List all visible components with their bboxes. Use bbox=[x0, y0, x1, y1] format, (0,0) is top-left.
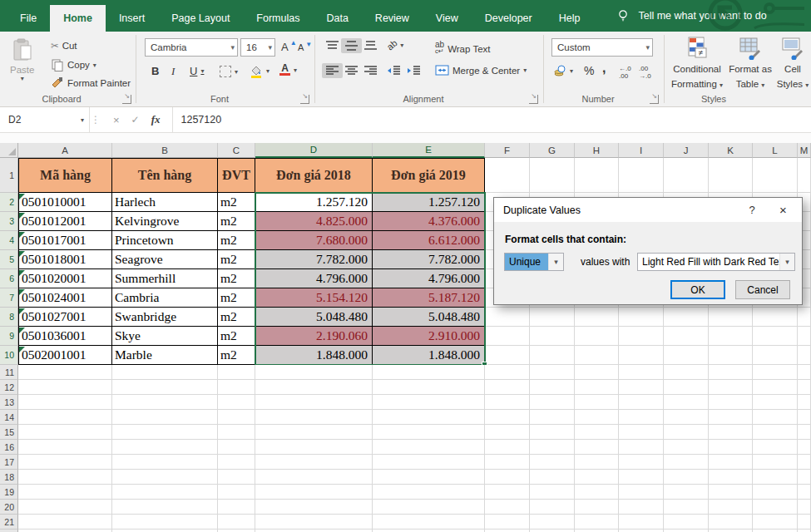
cell-L21[interactable] bbox=[753, 515, 798, 530]
cell-B17[interactable] bbox=[112, 455, 218, 470]
merge-center-dropdown-arrow[interactable]: ▾ bbox=[523, 66, 527, 74]
tab-view[interactable]: View bbox=[423, 5, 472, 32]
select-all-corner[interactable] bbox=[0, 143, 18, 158]
cell-A14[interactable] bbox=[18, 410, 112, 425]
cell-D18[interactable] bbox=[255, 470, 373, 485]
cell-K8[interactable] bbox=[709, 308, 753, 327]
cell-I9[interactable] bbox=[619, 327, 664, 346]
fill-color-dropdown-arrow[interactable]: ▾ bbox=[266, 67, 270, 75]
align-center-button[interactable] bbox=[341, 63, 362, 78]
cell-D17[interactable] bbox=[255, 455, 373, 470]
column-header-C[interactable]: C bbox=[218, 143, 255, 158]
table-header-cell-C1[interactable]: ĐVT bbox=[218, 158, 255, 193]
borders-button[interactable]: ▾ bbox=[216, 64, 241, 79]
cell-A20[interactable] bbox=[18, 500, 112, 515]
cell-C2[interactable]: m2 bbox=[218, 193, 255, 212]
copy-button[interactable]: Copy ▾ bbox=[47, 57, 100, 73]
cell-L14[interactable] bbox=[753, 410, 798, 425]
cell-E10[interactable]: 1.848.000 bbox=[373, 346, 485, 365]
cell-I19[interactable] bbox=[619, 485, 664, 500]
cell-D21[interactable] bbox=[255, 515, 373, 530]
cell-E17[interactable] bbox=[373, 455, 485, 470]
cell-M11[interactable] bbox=[798, 365, 811, 380]
format-painter-button[interactable]: Format Painter bbox=[47, 75, 134, 91]
cell-C21[interactable] bbox=[218, 515, 255, 530]
cell-C6[interactable]: m2 bbox=[218, 269, 255, 288]
underline-dropdown-arrow[interactable]: ▾ bbox=[200, 67, 204, 75]
cell-G20[interactable] bbox=[530, 500, 575, 515]
middle-align-button[interactable] bbox=[341, 38, 362, 53]
cell-D3[interactable]: 4.825.000 bbox=[255, 212, 373, 231]
cell-E8[interactable]: 5.048.480 bbox=[373, 308, 485, 327]
cell-D6[interactable]: 4.796.000 bbox=[255, 269, 373, 288]
cell-L13[interactable] bbox=[753, 395, 798, 410]
cell-G19[interactable] bbox=[530, 485, 575, 500]
cell-J13[interactable] bbox=[664, 395, 709, 410]
cell-E2[interactable]: 1.257.120 bbox=[373, 193, 485, 212]
cell-C18[interactable] bbox=[218, 470, 255, 485]
cell-B19[interactable] bbox=[112, 485, 218, 500]
cell-H16[interactable] bbox=[575, 440, 619, 455]
cell-J21[interactable] bbox=[664, 515, 709, 530]
cell-J11[interactable] bbox=[664, 365, 709, 380]
cell-G11[interactable] bbox=[530, 365, 575, 380]
cell-D16[interactable] bbox=[255, 440, 373, 455]
cell-G15[interactable] bbox=[530, 425, 575, 440]
cell-F20[interactable] bbox=[485, 500, 530, 515]
cell-B16[interactable] bbox=[112, 440, 218, 455]
name-box[interactable]: D2 ▾ bbox=[0, 107, 90, 132]
cancel-button[interactable]: Cancel bbox=[735, 280, 790, 299]
cell-A19[interactable] bbox=[18, 485, 112, 500]
cell-H14[interactable] bbox=[575, 410, 619, 425]
cell-H18[interactable] bbox=[575, 470, 619, 485]
column-header-B[interactable]: B bbox=[112, 143, 218, 158]
font-size-combo[interactable]: 16▾ bbox=[240, 38, 275, 57]
row-header-5[interactable]: 5 bbox=[0, 250, 18, 269]
cell-I15[interactable] bbox=[619, 425, 664, 440]
cell-K12[interactable] bbox=[709, 380, 753, 395]
cell-F9[interactable] bbox=[485, 327, 530, 346]
comma-style-button[interactable]: , bbox=[599, 59, 609, 77]
row-header-20[interactable]: 20 bbox=[0, 500, 18, 515]
cell-D12[interactable] bbox=[255, 380, 373, 395]
top-align-button[interactable] bbox=[322, 38, 343, 53]
accounting-format-button[interactable]: ▾ bbox=[550, 63, 576, 78]
cell-D8[interactable]: 5.048.480 bbox=[255, 308, 373, 327]
column-header-J[interactable]: J bbox=[664, 143, 709, 158]
cell-G21[interactable] bbox=[530, 515, 575, 530]
row-header-18[interactable]: 18 bbox=[0, 470, 18, 485]
cell-L20[interactable] bbox=[753, 500, 798, 515]
cell-H15[interactable] bbox=[575, 425, 619, 440]
row-header-16[interactable]: 16 bbox=[0, 440, 18, 455]
row-header-13[interactable]: 13 bbox=[0, 395, 18, 410]
increase-indent-button[interactable] bbox=[403, 63, 424, 78]
conditional-formatting-button[interactable]: ≠ Conditional Formatting ▾ bbox=[671, 35, 723, 93]
tab-formulas[interactable]: Formulas bbox=[243, 5, 313, 32]
cell-E5[interactable]: 7.782.000 bbox=[373, 250, 485, 269]
cell-K1[interactable] bbox=[709, 158, 753, 193]
cell-A17[interactable] bbox=[18, 455, 112, 470]
cell-B8[interactable]: Swanbridge bbox=[112, 308, 218, 327]
column-header-L[interactable]: L bbox=[753, 143, 798, 158]
cell-B4[interactable]: Princetown bbox=[112, 231, 218, 250]
cell-I10[interactable] bbox=[619, 346, 664, 365]
cell-J12[interactable] bbox=[664, 380, 709, 395]
cell-J9[interactable] bbox=[664, 327, 709, 346]
cell-H8[interactable] bbox=[575, 308, 619, 327]
cell-F10[interactable] bbox=[485, 346, 530, 365]
cell-L19[interactable] bbox=[753, 485, 798, 500]
unique-duplicate-combo[interactable]: Unique ▾ bbox=[504, 253, 564, 271]
cell-L11[interactable] bbox=[753, 365, 798, 380]
column-header-I[interactable]: I bbox=[619, 143, 664, 158]
cell-A7[interactable]: 0501024001 bbox=[18, 288, 112, 308]
cell-B9[interactable]: Skye bbox=[112, 327, 218, 346]
cell-J17[interactable] bbox=[664, 455, 709, 470]
tab-insert[interactable]: Insert bbox=[106, 5, 158, 32]
cell-A8[interactable]: 0501027001 bbox=[18, 308, 112, 327]
cell-L15[interactable] bbox=[753, 425, 798, 440]
row-header-17[interactable]: 17 bbox=[0, 455, 18, 470]
cell-M13[interactable] bbox=[798, 395, 811, 410]
cell-E9[interactable]: 2.910.000 bbox=[373, 327, 485, 346]
cell-E21[interactable] bbox=[373, 515, 485, 530]
row-header-19[interactable]: 19 bbox=[0, 485, 18, 500]
